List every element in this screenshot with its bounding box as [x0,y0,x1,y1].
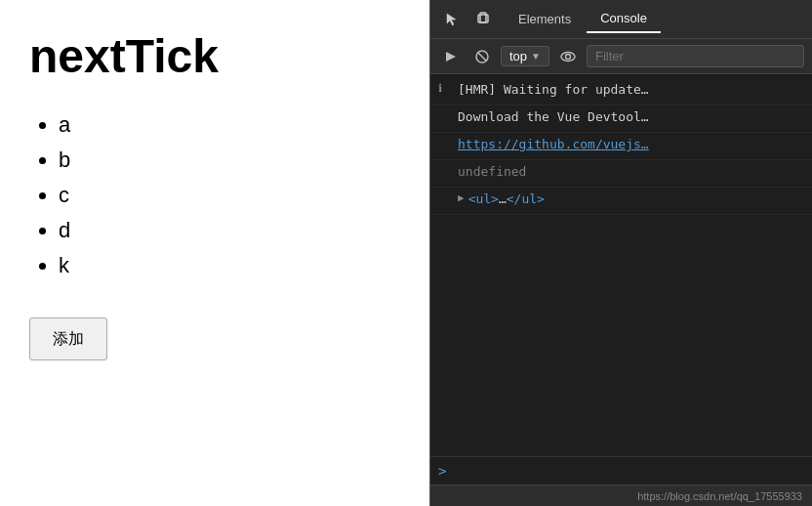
list-item: c [59,183,400,208]
add-button[interactable]: 添加 [29,317,107,360]
list-item: k [59,253,400,278]
tab-elements[interactable]: Elements [505,6,585,32]
devtools-panel: Elements Console top ▼ [429,0,812,506]
console-content[interactable]: ℹ [HMR] Waiting for update… Download the… [430,74,812,456]
clear-console-icon[interactable] [469,44,495,69]
filter-input[interactable] [587,45,804,67]
tab-console[interactable]: Console [587,5,661,33]
status-url: https://blog.csdn.net/qq_17555933 [637,490,802,502]
svg-point-6 [565,54,570,59]
app-panel: nextTick abcdk 添加 [0,0,429,506]
list-item: d [59,218,400,243]
console-input-area: > [430,456,812,485]
execute-icon[interactable] [438,44,464,69]
devtools-tabs: Elements Console [505,5,661,33]
console-line-devtool: Download the Vue Devtool… [430,105,812,133]
console-line-ul: ▶ <ul>…</ul> [430,188,812,215]
context-label: top [509,49,527,63]
svg-line-4 [478,52,487,61]
list-item: a [59,112,400,138]
select-element-button[interactable] [438,6,466,33]
ellipsis: … [499,191,507,206]
console-prompt: > [438,463,446,479]
console-text-ul: <ul>…</ul> [468,191,545,206]
console-line-undefined: undefined [430,160,812,188]
console-line-hmr: ℹ [HMR] Waiting for update… [430,78,812,105]
console-link-text[interactable]: https://github.com/vuejs… [458,137,649,151]
console-text-devtool: Download the Vue Devtool… [458,109,649,124]
console-line-link: https://github.com/vuejs… [430,133,812,160]
context-selector[interactable]: top ▼ [501,46,549,66]
devtools-toolbar: top ▼ [430,39,812,74]
devtools-topbar: Elements Console [430,0,812,39]
tag-open: <ul> [468,191,499,206]
console-text-hmr: [HMR] Waiting for update… [458,82,649,97]
chevron-down-icon: ▼ [531,51,541,62]
list-item: b [59,148,400,173]
device-toolbar-button[interactable] [469,6,497,33]
status-bar: https://blog.csdn.net/qq_17555933 [430,485,812,506]
page-title: nextTick [29,29,400,83]
svg-marker-2 [446,52,456,62]
live-expressions-icon[interactable] [555,44,581,69]
expand-arrow-icon[interactable]: ▶ [458,191,465,204]
info-icon: ℹ [438,82,454,95]
tag-close: </ul> [507,191,545,206]
console-text-undefined: undefined [458,164,526,179]
item-list: abcdk [29,112,400,288]
console-input[interactable] [452,464,804,479]
